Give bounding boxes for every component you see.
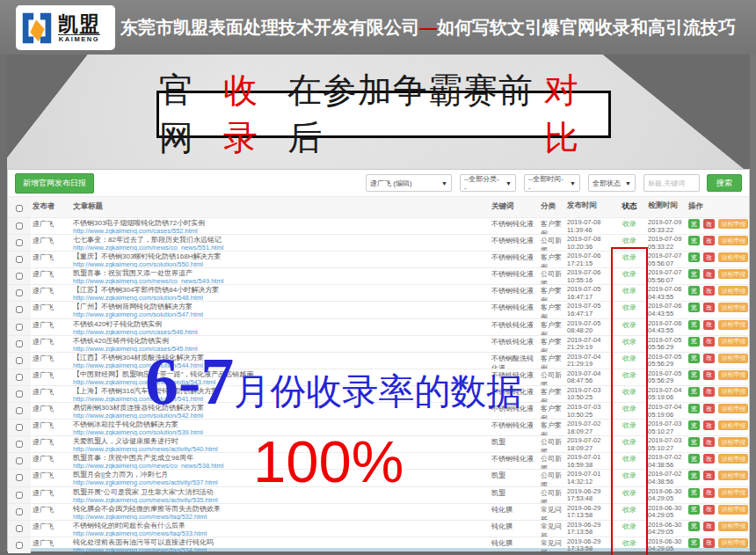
report-error-button[interactable]: 误检申报: [718, 337, 748, 347]
row-article-url[interactable]: http://www.zgkaimeng.com/news/co_news/53…: [73, 462, 488, 469]
row-article-url[interactable]: http://www.zgkaimeng.com/news/activity/5…: [73, 478, 488, 486]
row-checkbox[interactable]: [16, 407, 23, 414]
row-checkbox[interactable]: [16, 525, 23, 532]
edit-button[interactable]: 改: [703, 488, 715, 498]
view-button[interactable]: 览: [688, 303, 700, 312]
report-error-button[interactable]: 误检申报: [718, 404, 748, 413]
row-article-url[interactable]: http://www.zgkaimeng.com/solution/542.ht…: [73, 412, 488, 419]
row-article-url[interactable]: http://www.zgkaimeng.com/cases/552.html: [73, 227, 488, 234]
report-error-button[interactable]: 误检申报: [718, 286, 748, 296]
view-button[interactable]: 览: [688, 505, 700, 515]
report-error-button[interactable]: 误检申报: [718, 269, 748, 279]
view-button[interactable]: 览: [688, 404, 700, 413]
view-button[interactable]: 览: [688, 286, 700, 296]
view-button[interactable]: 览: [688, 236, 700, 245]
edit-button[interactable]: 改: [703, 404, 715, 413]
view-button[interactable]: 览: [688, 454, 700, 464]
category-filter-select[interactable]: --全部分类-- ▼: [460, 174, 516, 192]
edit-button[interactable]: 改: [703, 522, 715, 531]
row-checkbox[interactable]: [16, 424, 23, 431]
row-article-url[interactable]: http://www.zgkaimeng.com/solution/548.ht…: [73, 294, 488, 301]
report-error-button[interactable]: 误检申报: [718, 488, 748, 498]
row-article-url[interactable]: http://www.zgkaimeng.com/news/faq/533.ht…: [73, 529, 488, 537]
edit-button[interactable]: 改: [703, 471, 715, 480]
view-button[interactable]: 览: [688, 437, 700, 447]
row-checkbox[interactable]: [16, 391, 23, 398]
row-checkbox[interactable]: [16, 306, 23, 313]
row-article-url[interactable]: http://www.zgkaimeng.com/news/activity/5…: [73, 445, 488, 452]
edit-button[interactable]: 改: [703, 437, 715, 447]
row-checkbox[interactable]: [16, 340, 23, 347]
row-checkbox[interactable]: [16, 239, 23, 246]
row-article-url[interactable]: http://www.zgkaimeng.com/news/faq/532.ht…: [73, 513, 488, 520]
view-button[interactable]: 览: [688, 522, 700, 531]
row-checkbox[interactable]: [16, 542, 23, 549]
view-button[interactable]: 览: [688, 538, 700, 548]
report-error-button[interactable]: 误检申报: [718, 354, 748, 363]
report-error-button[interactable]: 误检申报: [718, 505, 748, 515]
edit-button[interactable]: 改: [703, 303, 715, 312]
edit-button[interactable]: 改: [703, 337, 715, 347]
row-checkbox[interactable]: [16, 256, 23, 263]
row-article-url[interactable]: http://www.zgkaimeng.com/solution/550.ht…: [73, 260, 488, 267]
row-checkbox[interactable]: [16, 289, 23, 296]
row-checkbox[interactable]: [16, 441, 23, 448]
edit-button[interactable]: 改: [703, 370, 715, 380]
editor-filter-select[interactable]: 逯广飞 (编辑) ▼: [366, 174, 452, 192]
edit-button[interactable]: 改: [703, 538, 715, 548]
edit-button[interactable]: 改: [703, 320, 715, 330]
edit-button[interactable]: 改: [703, 387, 715, 397]
time-filter-select[interactable]: --全部时间-- ▼: [524, 174, 580, 192]
edit-button[interactable]: 改: [703, 420, 715, 430]
view-button[interactable]: 览: [688, 219, 700, 229]
report-error-button[interactable]: 误检申报: [718, 320, 748, 330]
report-error-button[interactable]: 误检申报: [718, 420, 748, 430]
edit-button[interactable]: 改: [703, 219, 715, 229]
add-report-button[interactable]: 新增官网发布日报: [15, 173, 94, 194]
row-checkbox[interactable]: [16, 324, 23, 331]
row-checkbox[interactable]: [16, 474, 23, 481]
report-error-button[interactable]: 误检申报: [718, 370, 748, 380]
edit-button[interactable]: 改: [703, 236, 715, 245]
row-article-url[interactable]: http://www.zgkaimeng.com/solution/547.ht…: [73, 310, 488, 318]
row-checkbox[interactable]: [16, 357, 23, 364]
report-error-button[interactable]: 误检申报: [718, 303, 748, 312]
search-button[interactable]: 搜索: [707, 174, 742, 192]
view-button[interactable]: 览: [688, 370, 700, 380]
row-article-url[interactable]: http://www.zgkaimeng.com/cases/546.html: [73, 328, 488, 335]
row-article-url[interactable]: http://www.zgkaimeng.com/news/co_news/54…: [73, 277, 488, 284]
edit-button[interactable]: 改: [703, 454, 715, 464]
report-error-button[interactable]: 误检申报: [718, 252, 748, 262]
row-checkbox[interactable]: [16, 508, 23, 515]
report-error-button[interactable]: 误检申报: [718, 437, 748, 447]
view-button[interactable]: 览: [688, 269, 700, 279]
report-error-button[interactable]: 误检申报: [718, 538, 748, 548]
row-checkbox[interactable]: [16, 492, 23, 499]
edit-button[interactable]: 改: [703, 269, 715, 279]
report-error-button[interactable]: 误检申报: [718, 454, 748, 464]
row-article-url[interactable]: http://www.zgkaimeng.com/solution/539.ht…: [73, 428, 488, 435]
keyword-search-input[interactable]: [643, 174, 700, 192]
report-error-button[interactable]: 误检申报: [718, 471, 748, 480]
edit-button[interactable]: 改: [703, 354, 715, 363]
view-button[interactable]: 览: [688, 337, 700, 347]
edit-button[interactable]: 改: [703, 505, 715, 515]
view-button[interactable]: 览: [688, 252, 700, 262]
report-error-button[interactable]: 误检申报: [718, 387, 748, 397]
status-filter-select[interactable]: 全部状态 ▼: [588, 174, 636, 192]
view-button[interactable]: 览: [688, 320, 700, 330]
select-all-checkbox[interactable]: [16, 205, 23, 212]
report-error-button[interactable]: 误检申报: [718, 522, 748, 531]
row-checkbox[interactable]: [16, 223, 23, 230]
edit-button[interactable]: 改: [703, 286, 715, 296]
view-button[interactable]: 览: [688, 420, 700, 430]
row-article-url[interactable]: http://www.zgkaimeng.com/solution/541.ht…: [73, 395, 488, 402]
edit-button[interactable]: 改: [703, 252, 715, 262]
report-error-button[interactable]: 误检申报: [718, 236, 748, 245]
row-article-url[interactable]: http://www.zgkaimeng.com/cases/545.html: [73, 345, 488, 352]
row-article-url[interactable]: http://www.zgkaimeng.com/news/co_news/55…: [73, 244, 488, 251]
row-article-url[interactable]: http://www.zgkaimeng.com/solution/544.ht…: [73, 361, 488, 369]
row-checkbox[interactable]: [16, 374, 23, 381]
view-button[interactable]: 览: [688, 488, 700, 498]
view-button[interactable]: 览: [688, 471, 700, 480]
